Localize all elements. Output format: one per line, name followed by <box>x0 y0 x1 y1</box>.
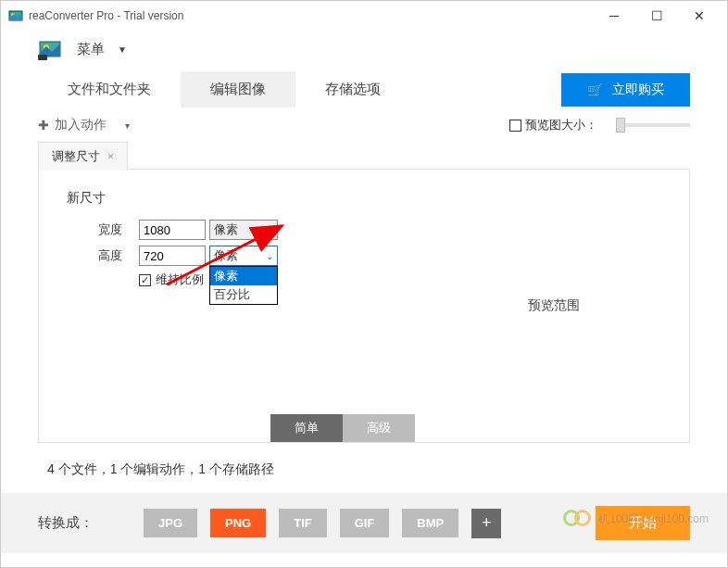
unit-dropdown: 像素 百分比 <box>209 266 278 305</box>
logo-icon <box>38 38 64 60</box>
menu-bar: 菜单 ▼ <box>1 31 727 71</box>
menu-button[interactable]: 菜单 <box>77 41 105 58</box>
edit-panel: 调整尺寸 × 新尺寸 宽度 像素 ⌄ 高度 像素 ⌄ 像素 百分比 <box>38 169 690 443</box>
preview-area: 预览范围 <box>419 170 689 442</box>
caret-down-icon: ⌄ <box>266 251 273 261</box>
format-jpg-button[interactable]: JPG <box>144 509 197 537</box>
close-button[interactable]: ✕ <box>679 2 720 30</box>
preview-size-slider[interactable] <box>616 123 690 127</box>
window-title: reaConverter Pro - Trial version <box>29 9 594 22</box>
resize-tab[interactable]: 调整尺寸 × <box>38 142 128 170</box>
unit-option-pixels[interactable]: 像素 <box>210 267 277 285</box>
status-text: 4 个文件，1 个编辑动作，1 个存储路径 <box>1 443 727 493</box>
menu-caret-icon: ▼ <box>118 44 127 55</box>
buy-now-button[interactable]: 🛒 立即购买 <box>561 73 690 107</box>
main-tabs: 文件和文件夹 编辑图像 存储选项 🛒 立即购买 <box>1 71 727 107</box>
tab-edit-image[interactable]: 编辑图像 <box>181 71 295 107</box>
add-action-button[interactable]: ✚ 加入动作 ▾ <box>38 117 130 133</box>
preview-size-checkbox[interactable] <box>509 120 521 132</box>
plus-icon: ✚ <box>38 118 49 133</box>
app-icon <box>8 8 23 23</box>
width-input[interactable] <box>139 220 206 240</box>
convert-to-label: 转换成： <box>38 514 94 532</box>
width-unit-select[interactable]: 像素 ⌄ <box>209 220 278 240</box>
caret-down-icon: ▾ <box>125 120 130 131</box>
height-input[interactable] <box>139 246 206 266</box>
tab-save-options[interactable]: 存储选项 <box>295 71 410 107</box>
unit-option-percent[interactable]: 百分比 <box>210 285 277 304</box>
mode-simple-tab[interactable]: 简单 <box>270 414 343 442</box>
actions-bar: ✚ 加入动作 ▾ 预览图大小： <box>1 107 727 141</box>
height-label: 高度 <box>67 247 122 264</box>
start-button[interactable]: 开始 <box>596 506 690 540</box>
titlebar: reaConverter Pro - Trial version ─ ☐ ✕ <box>1 1 727 31</box>
cart-icon: 🛒 <box>587 82 603 97</box>
keep-ratio-checkbox[interactable]: ✓ <box>139 274 151 286</box>
close-tab-icon[interactable]: × <box>107 150 114 163</box>
svg-rect-4 <box>38 55 47 60</box>
add-format-button[interactable]: + <box>471 509 501 538</box>
preview-size-label: 预览图大小： <box>525 117 597 133</box>
width-label: 宽度 <box>67 221 122 238</box>
tab-files[interactable]: 文件和文件夹 <box>38 71 181 107</box>
footer: 转换成： JPG PNG TIF GIF BMP + 开始 <box>1 493 727 553</box>
minimize-button[interactable]: ─ <box>594 2 634 30</box>
slider-thumb[interactable] <box>616 118 625 133</box>
keep-ratio-label: 维持比例 <box>156 271 204 288</box>
caret-down-icon: ⌄ <box>266 225 273 235</box>
format-bmp-button[interactable]: BMP <box>402 509 458 537</box>
maximize-button[interactable]: ☐ <box>636 2 677 30</box>
format-png-button[interactable]: PNG <box>210 509 266 537</box>
height-unit-select[interactable]: 像素 ⌄ 像素 百分比 <box>209 246 278 266</box>
mode-advanced-tab[interactable]: 高级 <box>343 414 415 442</box>
resize-form: 新尺寸 宽度 像素 ⌄ 高度 像素 ⌄ 像素 百分比 ✓ 维持比例 <box>39 170 419 442</box>
format-tif-button[interactable]: TIF <box>279 509 327 537</box>
section-new-size: 新尺寸 <box>67 190 391 207</box>
format-gif-button[interactable]: GIF <box>340 509 390 537</box>
